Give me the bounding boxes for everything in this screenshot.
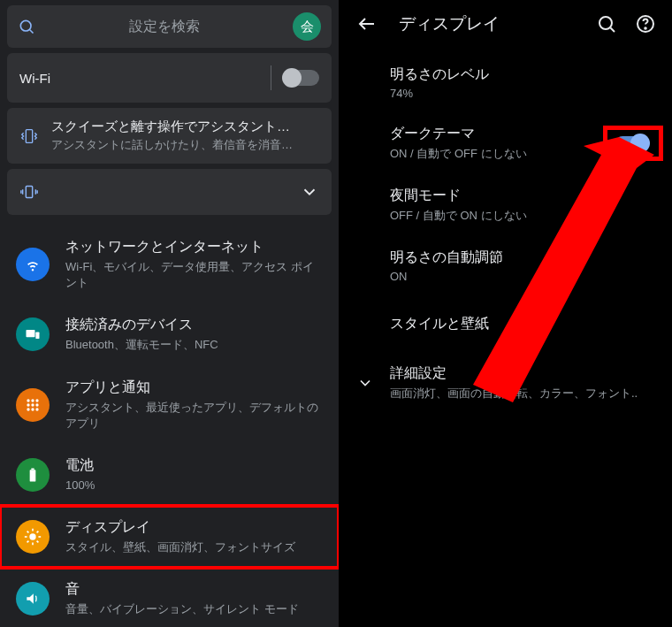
display-header: ディスプレイ xyxy=(340,0,672,48)
svg-rect-5 xyxy=(35,333,39,340)
row-display[interactable]: ディスプレイ スタイル、壁紙、画面消灯、フォントサイズ xyxy=(0,506,339,568)
row-title: ネットワークとインターネット xyxy=(65,238,323,256)
row-title: 音 xyxy=(65,580,323,599)
search-icon xyxy=(18,18,35,35)
svg-line-25 xyxy=(37,531,39,533)
svg-rect-4 xyxy=(27,330,35,337)
row-sub: 74% xyxy=(390,87,656,100)
svg-point-17 xyxy=(29,534,35,540)
row-title: 接続済みのデバイス xyxy=(65,316,323,334)
svg-rect-16 xyxy=(31,469,34,470)
wifi-toggle[interactable] xyxy=(284,70,319,86)
row-apps[interactable]: アプリと通知 アシスタント、最近使ったアプリ、デフォルトのアプリ xyxy=(0,366,339,444)
search-icon[interactable] xyxy=(596,13,617,34)
svg-line-24 xyxy=(27,541,29,543)
row-title: ダークテーマ xyxy=(390,125,594,143)
row-sub: 音量、バイブレーション、サイレント モード xyxy=(65,601,323,617)
chevron-down-icon xyxy=(300,182,319,202)
svg-point-10 xyxy=(31,403,34,406)
page-title: ディスプレイ xyxy=(399,12,578,35)
row-title: 明るさの自動調節 xyxy=(390,249,656,267)
svg-point-12 xyxy=(27,408,29,410)
row-title: スタイルと壁紙 xyxy=(390,315,656,333)
svg-point-8 xyxy=(35,399,38,401)
sound-icon xyxy=(16,582,50,616)
svg-point-13 xyxy=(31,408,34,410)
back-icon[interactable] xyxy=(356,13,378,34)
svg-rect-15 xyxy=(30,470,36,481)
svg-point-7 xyxy=(31,399,34,401)
divider xyxy=(271,65,271,90)
dark-theme-toggle-highlight xyxy=(610,133,656,154)
row-sound[interactable]: 音 音量、バイブレーション、サイレント モード xyxy=(0,568,339,627)
avatar[interactable]: 会 xyxy=(293,12,321,41)
svg-point-30 xyxy=(645,27,646,29)
battery-icon xyxy=(16,458,50,492)
display-settings-pane: ディスプレイ 明るさのレベル 74% ダークテーマ ON / 自動で OFF に… xyxy=(340,0,672,627)
svg-rect-2 xyxy=(26,129,32,142)
row-sub: OFF / 自動で ON にしない xyxy=(390,208,656,224)
svg-rect-3 xyxy=(26,187,32,198)
squeeze-title: スクイーズと離す操作でアシスタント… xyxy=(51,119,319,135)
svg-line-1 xyxy=(30,30,34,34)
row-devices[interactable]: 接続済みのデバイス Bluetooth、運転モード、NFC xyxy=(0,303,339,365)
row-title: 明るさのレベル xyxy=(390,65,656,84)
row-sub: 画面消灯、画面の自動回転、カラー、フォント.. xyxy=(390,386,656,401)
row-night-mode[interactable]: 夜間モード OFF / 自動で ON にしない xyxy=(340,174,672,236)
dark-theme-toggle[interactable] xyxy=(615,136,647,150)
squeeze-card[interactable]: スクイーズと離す操作でアシスタント… アシスタントに話しかけたり、着信音を消音… xyxy=(7,108,332,164)
row-title: ディスプレイ xyxy=(65,518,323,537)
apps-icon xyxy=(16,388,50,422)
row-battery[interactable]: 電池 100% xyxy=(0,444,339,506)
row-title: 夜間モード xyxy=(390,187,656,205)
settings-list: ネットワークとインターネット Wi-Fi、モバイル、データ使用量、アクセス ポイ… xyxy=(0,220,339,627)
row-title: アプリと通知 xyxy=(65,378,323,397)
row-brightness[interactable]: 明るさのレベル 74% xyxy=(340,53,672,112)
svg-point-27 xyxy=(599,17,612,29)
display-list: 明るさのレベル 74% ダークテーマ ON / 自動で OFF にしない 夜間モ… xyxy=(340,48,672,414)
svg-point-6 xyxy=(27,399,29,401)
search-bar[interactable]: 設定を検索 会 xyxy=(7,5,332,48)
vibration-card[interactable] xyxy=(7,169,332,215)
wifi-icon xyxy=(16,248,50,281)
svg-point-14 xyxy=(35,408,38,410)
wifi-card[interactable]: Wi-Fi xyxy=(7,53,332,103)
svg-line-28 xyxy=(611,28,615,33)
squeeze-sub: アシスタントに話しかけたり、着信音を消音… xyxy=(51,137,319,153)
help-icon[interactable] xyxy=(635,13,656,34)
row-title: 電池 xyxy=(65,456,323,475)
phone-vibrate-icon xyxy=(19,126,39,146)
row-adaptive-brightness[interactable]: 明るさの自動調節 ON xyxy=(340,236,672,295)
display-icon xyxy=(16,520,50,554)
settings-root-pane: 設定を検索 会 Wi-Fi スクイーズと離す操作でアシスタント… アシスタントに… xyxy=(0,0,340,627)
svg-point-11 xyxy=(35,403,38,406)
vibration-icon xyxy=(19,182,39,202)
row-sub: 100% xyxy=(65,478,323,493)
svg-line-22 xyxy=(27,531,29,533)
row-sub: Wi-Fi、モバイル、データ使用量、アクセス ポイント xyxy=(65,259,323,291)
devices-icon xyxy=(16,317,50,351)
row-style-wallpaper[interactable]: スタイルと壁紙 xyxy=(340,295,672,352)
chevron-down-icon xyxy=(356,374,374,392)
row-title: 詳細設定 xyxy=(390,364,656,383)
row-sub: ON xyxy=(390,270,656,283)
search-placeholder: 設定を検索 xyxy=(44,18,284,36)
svg-point-0 xyxy=(20,20,31,31)
row-sub: スタイル、壁紙、画面消灯、フォントサイズ xyxy=(65,539,323,555)
row-network[interactable]: ネットワークとインターネット Wi-Fi、モバイル、データ使用量、アクセス ポイ… xyxy=(0,226,339,303)
row-sub: Bluetooth、運転モード、NFC xyxy=(65,337,323,353)
svg-line-23 xyxy=(37,541,39,543)
row-dark-theme[interactable]: ダークテーマ ON / 自動で OFF にしない xyxy=(340,112,672,174)
wifi-label: Wi-Fi xyxy=(19,71,50,86)
row-advanced[interactable]: 詳細設定 画面消灯、画面の自動回転、カラー、フォント.. xyxy=(340,352,672,414)
svg-point-9 xyxy=(27,403,29,406)
row-sub: ON / 自動で OFF にしない xyxy=(390,146,594,162)
row-sub: アシスタント、最近使ったアプリ、デフォルトのアプリ xyxy=(65,400,323,432)
